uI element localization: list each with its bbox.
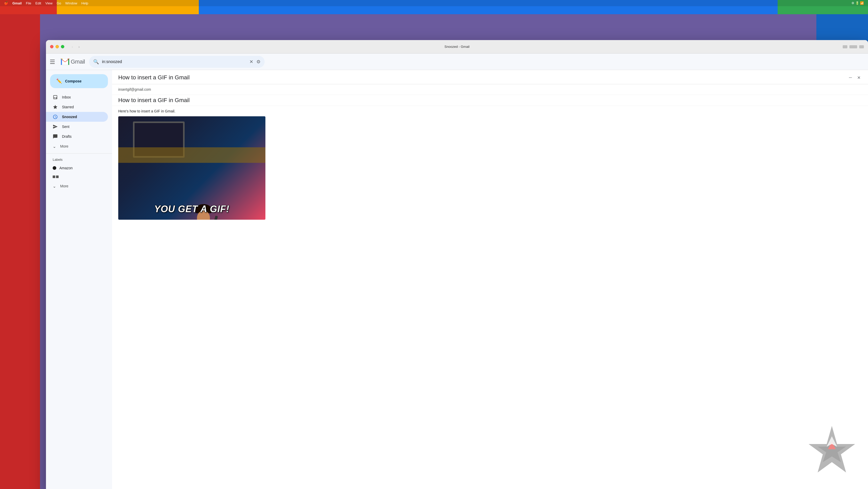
email-intro: Here's how to insert a GIF in Gmail. [112,106,868,116]
close-button[interactable] [50,45,54,48]
astro-svg [806,423,858,475]
sidebar-item-starred[interactable]: Starred [46,102,108,112]
maximize-button[interactable] [61,45,64,48]
gif-image: YOU GET A GIF! [118,116,266,220]
label-item-squares[interactable] [53,172,108,181]
nav-arrows: ‹ › [69,44,82,50]
apple-menu[interactable]: 🍎 [4,1,8,5]
sidebar-divider [46,153,112,153]
traffic-lights [50,45,64,48]
email-panel: How to insert a GIF in Gmail ─ ✕ insertg… [112,70,868,489]
search-clear-icon[interactable]: ✕ [249,59,253,65]
amazon-dot [53,166,56,170]
menu-edit[interactable]: Edit [35,1,41,5]
title-separator: - [459,45,461,49]
label-amazon[interactable]: Amazon [53,164,108,172]
hamburger-menu[interactable] [50,59,56,65]
menu-window[interactable]: Window [65,1,77,5]
title-bar-center: Snoozed - Gmail [444,45,470,49]
gmail-body: ✏️ Compose Inbox Starred [46,70,868,489]
win-ctrl-2[interactable] [849,45,857,48]
email-content: How to insert a GIF in Gmail ─ ✕ insertg… [112,70,868,489]
bg-left-panel [0,14,40,489]
compose-icon: ✏️ [56,78,62,84]
email-panel-header: How to insert a GIF in Gmail ─ ✕ [112,70,868,84]
labels-more-chevron-icon: ⌄ [53,184,56,189]
gmail-logo-svg [60,57,70,66]
sidebar: ✏️ Compose Inbox Starred [46,70,112,489]
search-icon: 🔍 [93,59,99,65]
labels-title: Labels [53,157,108,162]
search-bar[interactable]: 🔍 ✕ ⚙ [89,56,265,68]
more-chevron-icon: ⌄ [53,144,56,149]
menu-help[interactable]: Help [81,1,88,5]
email-from: insertgif@gmail.com [118,87,151,91]
gif-mic [214,215,218,220]
snoozed-label: Snoozed [62,115,104,119]
menu-file[interactable]: File [26,1,31,5]
menu-view[interactable]: View [45,1,53,5]
email-gif-container: YOU GET A GIF! [112,116,868,489]
menu-right-icons: ⚙ 🔋 📶 [851,1,864,5]
gmail-logo-text: Gmail [71,58,85,65]
window-controls-right [843,45,864,48]
title-bar: ‹ › Snoozed - Gmail [46,40,868,54]
sidebar-item-sent[interactable]: Sent [46,122,108,132]
drafts-icon [53,134,58,139]
inbox-icon [53,94,58,100]
svg-rect-1 [68,59,69,65]
mac-menubar: 🍎 Gmail File Edit View Go Window Help ⚙ … [0,0,868,6]
label-square-2 [56,175,59,178]
compose-button[interactable]: ✏️ Compose [50,74,108,88]
win-ctrl-1[interactable] [843,45,847,48]
gif-caption: YOU GET A GIF! [154,204,229,214]
menu-go[interactable]: Go [57,1,61,5]
labels-more-label: More [60,184,68,188]
compose-label: Compose [65,79,82,83]
label-squares [53,175,59,178]
drafts-label: Drafts [62,135,104,139]
window-title: Snoozed - Gmail [444,45,470,49]
search-filter-icon[interactable]: ⚙ [256,59,260,65]
snoozed-icon [53,114,58,119]
menu-line-3 [50,63,55,64]
menu-right: ⚙ 🔋 📶 [851,1,864,5]
labels-section: Labels Amazon ⌄ More [46,155,112,192]
win-ctrl-3[interactable] [859,45,864,48]
gmail-logo: Gmail [60,57,85,66]
menu-line-1 [50,60,55,60]
email-meta: insertgif@gmail.com [112,84,868,95]
sidebar-item-snoozed[interactable]: Snoozed [46,112,108,122]
label-square-1 [53,175,55,178]
amazon-label: Amazon [59,166,72,170]
menu-gmail[interactable]: Gmail [12,1,22,5]
menu-line-2 [50,61,55,62]
back-arrow[interactable]: ‹ [69,44,75,50]
email-subject: How to insert a GIF in Gmail [118,74,189,81]
starred-icon [53,105,58,110]
svg-rect-0 [61,59,62,65]
gif-bg-shelf [118,147,266,163]
panel-minimize-btn[interactable]: ─ [847,75,854,81]
arrow-star-icon [806,423,858,476]
gmail-topbar: Gmail 🔍 ✕ ⚙ [46,54,868,70]
forward-arrow[interactable]: › [76,44,82,50]
panel-maximize-btn[interactable]: ✕ [856,75,862,81]
email-panel-controls: ─ ✕ [847,75,862,81]
sent-label: Sent [62,124,104,129]
sent-icon [53,124,58,129]
minimize-button[interactable] [56,45,59,48]
sidebar-more[interactable]: ⌄ More [46,141,112,151]
inbox-label: Inbox [62,95,104,99]
sidebar-item-inbox[interactable]: Inbox [46,92,108,102]
starred-label: Starred [62,105,104,109]
mac-window: ‹ › Snoozed - Gmail [46,40,868,489]
sidebar-item-drafts[interactable]: Drafts [46,132,108,141]
labels-more[interactable]: ⌄ More [53,181,108,191]
email-body-heading: How to insert a GIF in Gmail [112,95,868,106]
more-label: More [60,144,68,148]
gmail-app: Gmail 🔍 ✕ ⚙ ✏️ Compose [46,54,868,489]
search-input[interactable] [102,59,246,64]
